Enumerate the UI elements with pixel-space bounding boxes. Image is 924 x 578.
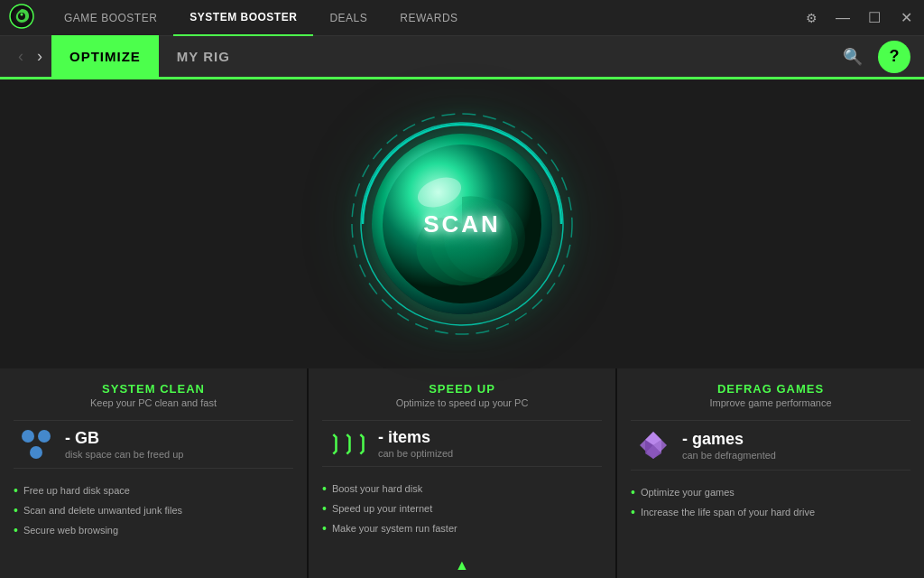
- bullet-2-speed-up: Speed up your internet: [322, 499, 602, 518]
- card-header-speed-up: SPEED UP Optimize to speed up your PC: [322, 382, 602, 408]
- card-stat-value-defrag: - games: [682, 430, 776, 449]
- system-clean-card: SYSTEM CLEAN Keep your PC clean and fast…: [0, 368, 307, 578]
- help-button[interactable]: ?: [878, 41, 910, 73]
- diamond-icon: [635, 428, 671, 462]
- card-stat-value-speed-up: - items: [378, 428, 453, 447]
- defrag-games-card: DEFRAG GAMES Improve game performance: [617, 368, 924, 578]
- card-stat-desc-speed-up: can be optimized: [378, 448, 453, 459]
- minimize-button[interactable]: —: [834, 10, 852, 26]
- tab-my-rig[interactable]: MY RIG: [159, 35, 248, 79]
- card-stat-desc-system-clean: disk space can be freed up: [65, 449, 183, 460]
- card-stats-defrag: - games can be defragmented: [631, 420, 910, 471]
- scroll-indicator[interactable]: ▲: [455, 557, 469, 573]
- maximize-button[interactable]: ☐: [865, 9, 883, 26]
- settings-icon[interactable]: ⚙: [802, 11, 820, 25]
- scan-label: SCAN: [423, 210, 501, 238]
- scan-area: SCAN: [0, 79, 924, 368]
- card-bullets-speed-up: Boost your hard disk Speed up your inter…: [322, 474, 602, 543]
- sub-nav-bar: ‹ › OPTIMIZE MY RIG 🔍 ?: [0, 36, 924, 79]
- card-title-defrag: DEFRAG GAMES: [631, 382, 910, 396]
- card-header-defrag: DEFRAG GAMES Improve game performance: [631, 382, 910, 408]
- scan-button[interactable]: SCAN: [354, 116, 570, 332]
- card-stat-info-speed-up: - items can be optimized: [378, 428, 453, 459]
- speed-up-card: SPEED UP Optimize to speed up your PC ❳❳…: [309, 368, 615, 578]
- diamond-svg: [636, 428, 670, 462]
- main-content: SCAN SYSTEM CLEAN Keep your PC clean and…: [0, 79, 924, 578]
- card-stat-desc-defrag: can be defragmented: [682, 450, 776, 461]
- card-stats-system-clean: - GB disk space can be freed up: [14, 420, 293, 469]
- bullet-2-system-clean: Scan and delete unwanted junk files: [14, 500, 293, 520]
- card-bullets-defrag: Optimize your games Increase the life sp…: [631, 478, 910, 527]
- back-arrow[interactable]: ‹: [14, 42, 28, 70]
- card-title-system-clean: SYSTEM CLEAN: [14, 382, 293, 396]
- arrows-icon: ❳❳❳: [327, 432, 367, 455]
- card-stats-speed-up: ❳❳❳ - items can be optimized: [322, 420, 602, 467]
- card-stat-info-system-clean: - GB disk space can be freed up: [65, 429, 183, 460]
- card-stat-value-system-clean: - GB: [65, 429, 183, 448]
- svg-point-3: [21, 13, 23, 15]
- card-subtitle-system-clean: Keep your PC clean and fast: [14, 397, 293, 408]
- bullet-3-system-clean: Secure web browsing: [14, 520, 293, 540]
- people-icon: [18, 428, 54, 461]
- card-title-speed-up: SPEED UP: [322, 382, 602, 396]
- cards-area: SYSTEM CLEAN Keep your PC clean and fast…: [0, 368, 924, 578]
- card-bullets-system-clean: Free up hard disk space Scan and delete …: [14, 476, 293, 545]
- bullet-1-speed-up: Boost your hard disk: [322, 479, 602, 499]
- forward-arrow[interactable]: ›: [32, 42, 47, 70]
- tab-deals[interactable]: DEALS: [313, 0, 383, 36]
- app-logo: [9, 4, 34, 33]
- card-subtitle-defrag: Improve game performance: [631, 397, 910, 408]
- close-button[interactable]: ✕: [897, 9, 915, 26]
- tab-optimize[interactable]: OPTIMIZE: [51, 35, 159, 79]
- bullet-2-defrag: Increase the life span of your hard driv…: [631, 502, 910, 522]
- card-header-system-clean: SYSTEM CLEAN Keep your PC clean and fast: [14, 382, 293, 408]
- search-button[interactable]: 🔍: [836, 41, 869, 73]
- scan-sphere[interactable]: SCAN: [372, 134, 552, 314]
- tab-rewards[interactable]: REWARDS: [383, 0, 474, 36]
- tab-game-booster[interactable]: GAME BOOSTER: [48, 0, 173, 36]
- card-subtitle-speed-up: Optimize to speed up your PC: [322, 397, 602, 408]
- bullet-3-speed-up: Make your system run faster: [322, 518, 602, 538]
- card-stat-info-defrag: - games can be defragmented: [682, 430, 776, 461]
- bullet-1-system-clean: Free up hard disk space: [14, 480, 293, 500]
- title-bar: GAME BOOSTER SYSTEM BOOSTER DEALS REWARD…: [0, 0, 924, 36]
- bullet-1-defrag: Optimize your games: [631, 482, 910, 502]
- tab-system-booster[interactable]: SYSTEM BOOSTER: [173, 0, 313, 36]
